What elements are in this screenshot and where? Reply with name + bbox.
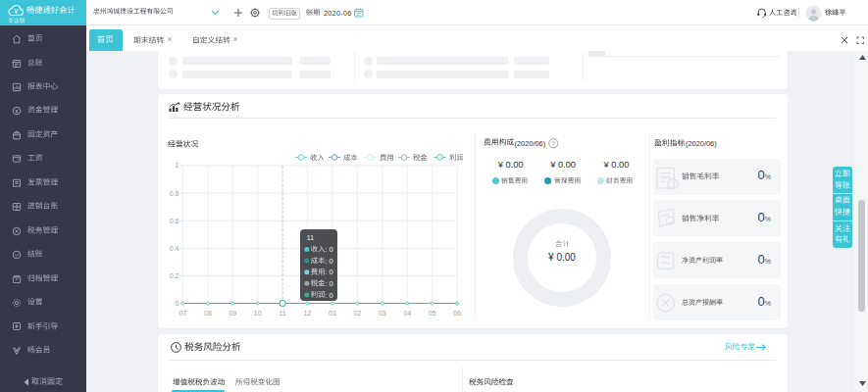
svg-text:0.4: 0.4 xyxy=(170,245,179,252)
svg-text:1: 1 xyxy=(176,162,179,169)
svg-text:08: 08 xyxy=(204,310,212,317)
svg-text:0: 0 xyxy=(176,300,179,307)
svg-text:05: 05 xyxy=(429,310,436,317)
svg-text:12: 12 xyxy=(304,310,312,317)
svg-text:02: 02 xyxy=(354,310,362,317)
svg-text:06: 06 xyxy=(453,310,461,317)
svg-text:0.2: 0.2 xyxy=(170,272,179,279)
svg-text:01: 01 xyxy=(329,310,336,317)
svg-text:0.8: 0.8 xyxy=(170,190,179,197)
svg-text:: 0: : 0 xyxy=(325,290,332,299)
svg-text:07: 07 xyxy=(179,310,187,317)
svg-text:: 0: : 0 xyxy=(325,268,332,276)
svg-text:11: 11 xyxy=(279,310,285,317)
svg-text:04: 04 xyxy=(403,310,411,317)
svg-text:0.6: 0.6 xyxy=(170,218,179,224)
svg-text:: 0: : 0 xyxy=(325,256,332,265)
svg-text:03: 03 xyxy=(379,310,386,317)
svg-text:09: 09 xyxy=(229,310,236,317)
svg-text:11: 11 xyxy=(307,233,315,242)
svg-text:10: 10 xyxy=(254,310,262,317)
svg-text:: 0: : 0 xyxy=(325,245,332,254)
svg-text:?: ? xyxy=(551,140,555,147)
svg-text:: 0: : 0 xyxy=(325,279,332,288)
